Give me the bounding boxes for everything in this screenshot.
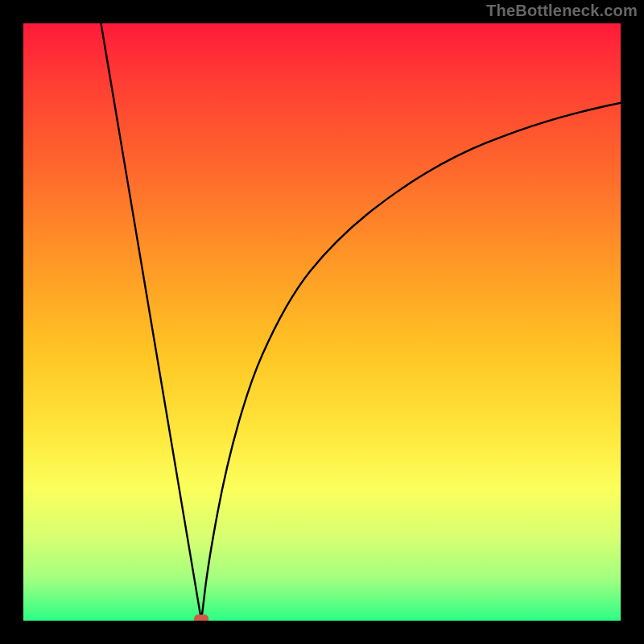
minimum-marker xyxy=(194,615,208,621)
plot-area xyxy=(23,23,621,621)
chart-root: TheBottleneck.com xyxy=(0,0,644,644)
watermark-label: TheBottleneck.com xyxy=(486,2,638,20)
plot-svg xyxy=(23,23,621,621)
gradient-background xyxy=(23,23,621,621)
